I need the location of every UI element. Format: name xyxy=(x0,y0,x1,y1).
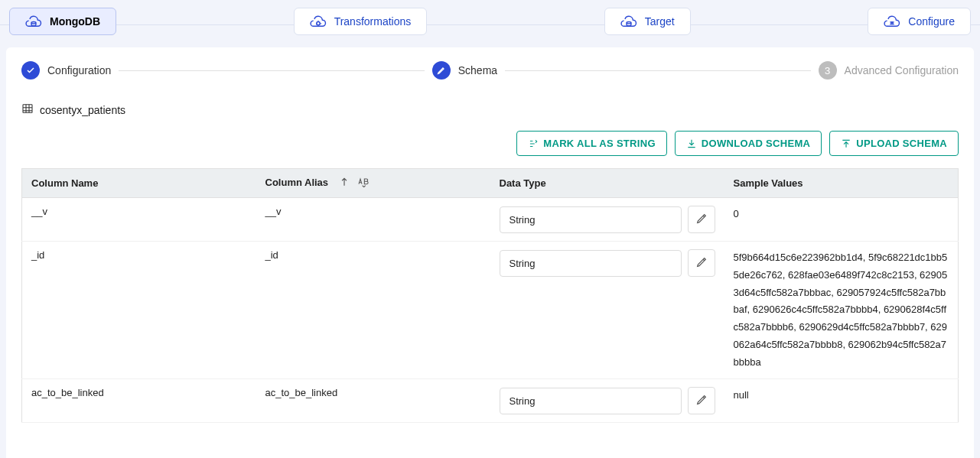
edit-data-type-button[interactable] xyxy=(688,249,715,277)
action-bar: MARK ALL AS STRING DOWNLOAD SCHEMA UPLOA… xyxy=(21,131,959,156)
tab-transformations[interactable]: Transformations xyxy=(294,8,428,35)
step-schema[interactable]: Schema xyxy=(432,61,497,80)
tab-target[interactable]: Target xyxy=(604,8,691,35)
cell-sample-values: 5f9b664d15c6e223962bb1d4, 5f9c68221dc1bb… xyxy=(724,242,959,379)
step-advanced-label: Advanced Configuration xyxy=(845,64,959,76)
cell-column-name: __v xyxy=(22,198,256,242)
edit-data-type-button[interactable] xyxy=(688,206,715,233)
tab-configure-label: Configure xyxy=(908,15,955,28)
tab-mongodb[interactable]: MongoDB xyxy=(9,8,116,35)
upload-schema-button[interactable]: UPLOAD SCHEMA xyxy=(829,131,959,156)
step-configuration-label: Configuration xyxy=(47,64,111,76)
data-type-input[interactable] xyxy=(500,206,682,233)
mark-all-string-button[interactable]: MARK ALL AS STRING xyxy=(516,131,666,156)
edit-data-type-button[interactable] xyxy=(688,387,715,414)
schema-table: Column Name Column Alias Data Type Sampl… xyxy=(21,168,959,423)
pencil-icon xyxy=(695,213,708,227)
svg-rect-4 xyxy=(23,105,32,113)
mark-all-string-label: MARK ALL AS STRING xyxy=(543,138,655,149)
svg-point-1 xyxy=(317,22,320,25)
cell-sample-values: null xyxy=(724,379,959,423)
cell-column-alias: ac_to_be_linked xyxy=(256,379,490,423)
case-icon[interactable] xyxy=(357,177,370,190)
table-row: ac_to_be_linkedac_to_be_linkednull xyxy=(22,379,959,423)
tab-target-label: Target xyxy=(645,15,675,28)
pencil-icon xyxy=(432,61,451,80)
pipeline-tab-bar: MongoDB Transformations Target xyxy=(0,0,980,35)
main-card: Configuration Schema 3 Advanced Configur… xyxy=(6,47,974,458)
svg-point-2 xyxy=(627,22,631,24)
target-cloud-icon xyxy=(620,15,637,28)
cell-column-alias: _id xyxy=(256,242,490,379)
tab-configure[interactable]: Configure xyxy=(868,8,971,35)
data-type-input[interactable] xyxy=(500,388,682,414)
cell-column-alias: __v xyxy=(256,198,490,242)
step-configuration[interactable]: Configuration xyxy=(21,61,111,80)
configure-cloud-icon xyxy=(884,15,900,28)
cell-column-name: _id xyxy=(22,242,256,379)
download-schema-label: DOWNLOAD SCHEMA xyxy=(702,138,810,149)
check-icon xyxy=(21,61,40,80)
table-grid-icon xyxy=(21,102,34,117)
table-row: _id_id5f9b664d15c6e223962bb1d4, 5f9c6822… xyxy=(22,242,959,379)
table-name-row: cosentyx_patients xyxy=(21,102,959,117)
th-column-alias: Column Alias xyxy=(256,169,490,198)
cell-data-type xyxy=(490,198,724,242)
tab-mongodb-label: MongoDB xyxy=(50,15,100,28)
table-name-label: cosentyx_patients xyxy=(40,104,125,116)
database-cloud-icon xyxy=(25,15,42,28)
download-schema-button[interactable]: DOWNLOAD SCHEMA xyxy=(675,131,822,156)
svg-point-0 xyxy=(31,22,36,24)
table-header-row: Column Name Column Alias Data Type Sampl… xyxy=(22,169,959,198)
th-sample-values: Sample Values xyxy=(724,169,959,198)
pencil-icon xyxy=(695,256,708,271)
step-advanced[interactable]: 3 Advanced Configuration xyxy=(819,61,959,80)
step-line xyxy=(119,70,424,71)
tab-transformations-label: Transformations xyxy=(334,15,412,28)
cell-sample-values: 0 xyxy=(724,198,959,242)
step-line xyxy=(505,70,810,71)
upload-schema-label: UPLOAD SCHEMA xyxy=(856,138,947,149)
th-data-type: Data Type xyxy=(490,169,724,198)
data-type-input[interactable] xyxy=(500,250,682,277)
sort-icon[interactable] xyxy=(339,177,350,190)
table-row: __v__v0 xyxy=(22,198,959,242)
cell-data-type xyxy=(490,242,724,379)
th-column-name: Column Name xyxy=(22,169,256,198)
cell-column-name: ac_to_be_linked xyxy=(22,379,256,423)
step-schema-label: Schema xyxy=(458,64,497,76)
step-number-icon: 3 xyxy=(819,61,837,80)
stepper: Configuration Schema 3 Advanced Configur… xyxy=(21,61,959,80)
cell-data-type xyxy=(490,379,724,423)
pencil-icon xyxy=(695,394,708,408)
transform-cloud-icon xyxy=(310,15,327,28)
